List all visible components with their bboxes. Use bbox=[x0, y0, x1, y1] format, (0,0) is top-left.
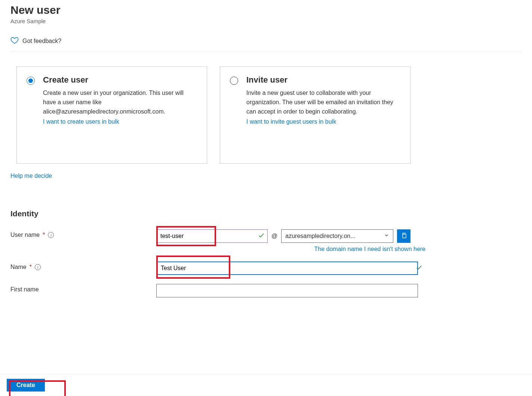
heart-icon bbox=[10, 36, 19, 46]
name-input[interactable] bbox=[156, 262, 418, 275]
domain-select[interactable]: azuresampledirectory.on... bbox=[281, 229, 393, 243]
feedback-link[interactable]: Got feedback? bbox=[10, 33, 522, 51]
help-me-decide-link[interactable]: Help me decide bbox=[10, 173, 52, 179]
invite-user-title: Invite user bbox=[246, 75, 396, 85]
checkmark-icon bbox=[258, 232, 265, 240]
domain-help-link[interactable]: The domain name I need isn't shown here bbox=[314, 246, 425, 252]
domain-value: azuresampledirectory.on... bbox=[285, 233, 355, 239]
firstname-label: First name bbox=[10, 286, 39, 293]
required-indicator: * bbox=[43, 232, 45, 238]
copy-button[interactable] bbox=[397, 229, 410, 243]
checkmark-icon bbox=[416, 264, 422, 272]
create-bulk-link[interactable]: I want to create users in bulk bbox=[43, 118, 119, 125]
username-input[interactable] bbox=[156, 229, 268, 243]
create-user-option[interactable]: Create user Create a new user in your or… bbox=[16, 66, 207, 164]
page-subtitle: Azure Sample bbox=[10, 18, 522, 24]
invite-user-description: Invite a new guest user to collaborate w… bbox=[246, 89, 396, 116]
radio-icon bbox=[230, 77, 238, 85]
invite-user-option[interactable]: Invite user Invite a new guest user to c… bbox=[220, 66, 410, 164]
username-label: User name bbox=[10, 232, 40, 238]
copy-icon bbox=[400, 232, 407, 240]
at-sign: @ bbox=[271, 233, 277, 239]
invite-bulk-link[interactable]: I want to invite guest users in bulk bbox=[246, 118, 336, 125]
name-label: Name bbox=[10, 264, 27, 270]
chevron-down-icon bbox=[384, 233, 389, 239]
radio-icon bbox=[27, 77, 35, 85]
identity-heading: Identity bbox=[10, 209, 522, 218]
info-icon[interactable]: i bbox=[35, 264, 41, 270]
page-title: New user bbox=[10, 4, 522, 16]
firstname-input[interactable] bbox=[156, 284, 418, 297]
create-user-description: Create a new user in your organization. … bbox=[43, 89, 193, 116]
svg-rect-0 bbox=[403, 234, 406, 238]
create-user-title: Create user bbox=[43, 75, 193, 85]
feedback-label: Got feedback? bbox=[22, 38, 61, 44]
info-icon[interactable]: i bbox=[48, 232, 54, 238]
required-indicator: * bbox=[30, 264, 32, 270]
